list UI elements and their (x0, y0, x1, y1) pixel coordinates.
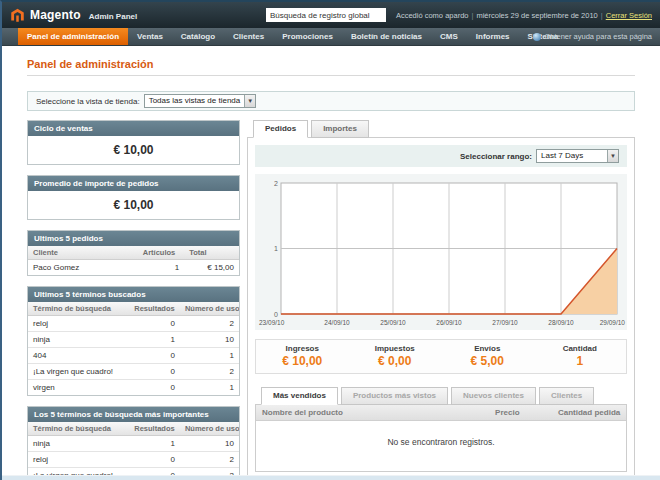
cell-term: reloj (28, 452, 129, 468)
title-divider (27, 75, 635, 76)
table-row[interactable]: reloj 0 2 (28, 316, 239, 332)
orders-chart-area: 01223/09/1024/09/1025/09/1026/09/1027/09… (255, 174, 627, 330)
logged-in-text: Accedió como apardo (396, 11, 469, 20)
nav-item-promociones[interactable]: Promociones (273, 28, 342, 45)
store-view-bar: Seleccione la vista de tienda: Todas las… (27, 91, 635, 111)
table-row[interactable]: virgen 0 1 (28, 380, 239, 396)
cell-items: 1 (138, 260, 184, 276)
stat-cantidad: Cantidad 1 (534, 344, 627, 368)
cell-uses: 10 (180, 436, 239, 452)
bestsellers-table-wrap: Nombre del producto Precio Cantidad pedi… (255, 404, 627, 472)
stat-label: Impuestos (349, 344, 442, 353)
table-row[interactable]: ¡La virgen que cuadro! 0 2 (28, 364, 239, 380)
cell-term: 404 (28, 348, 129, 364)
cell-uses: 2 (180, 364, 239, 380)
cell-uses: 1 (180, 348, 239, 364)
nav-item-cms[interactable]: CMS (431, 28, 467, 45)
cell-term: virgen (28, 380, 129, 396)
column-header: Cantidad pedida (552, 405, 626, 421)
header-bar: Magento Admin Panel Accedió como apardo|… (2, 2, 660, 28)
store-view-select[interactable]: Todas las vistas de tienda ▼ (144, 94, 257, 108)
cell-term: ninja (28, 332, 129, 348)
average-orders-card: Promedio de importe de pedidos € 10,00 (27, 175, 240, 220)
nav-item-ventas[interactable]: Ventas (128, 28, 172, 45)
cell-term: ¡La virgen que cuadro! (28, 364, 129, 380)
last-search-terms-card: Ultimos 5 términos buscados Término de b… (27, 286, 240, 396)
range-label: Seleccionar rango: (460, 152, 532, 161)
cell-results: 0 (129, 380, 180, 396)
empty-records-message: No se encontraron registros. (256, 421, 626, 471)
table-row[interactable]: Paco Gomez 1 € 15,00 (28, 260, 239, 276)
cell-uses: 10 (180, 332, 239, 348)
cell-results: 0 (129, 364, 180, 380)
logout-link[interactable]: Cerrar Sesión (606, 11, 652, 20)
stat-value: 1 (534, 354, 627, 368)
top-search-terms-table: Término de búsqueda Resultados Número de… (28, 422, 239, 480)
table-row[interactable]: ninja 1 10 (28, 332, 239, 348)
card-title: Ultimos 5 pedidos (28, 231, 239, 246)
nav-item-dashboard[interactable]: Panel de administración (18, 28, 128, 45)
column-header: Resultados (129, 422, 180, 436)
range-value: Last 7 Days (537, 150, 607, 162)
page-title: Panel de administración (27, 58, 635, 70)
totals-bar: Ingresos € 10,00 Impuestos € 0,00 Envíos… (255, 339, 627, 374)
svg-text:26/09/10: 26/09/10 (436, 319, 462, 326)
logo-subtitle: Admin Panel (89, 12, 137, 21)
global-search-input[interactable] (266, 8, 386, 22)
lifetime-sales-card: Ciclo de ventas € 10,00 (27, 120, 240, 165)
card-title: Ultimos 5 términos buscados (28, 287, 239, 302)
table-row[interactable]: ninja 1 10 (28, 436, 239, 452)
column-header: Nombre del producto (256, 405, 489, 421)
nav-item-boletin[interactable]: Boletín de noticias (342, 28, 431, 45)
tab-nuevos-clientes[interactable]: Nuevos clientes (451, 387, 536, 405)
svg-text:0: 0 (274, 311, 278, 318)
cell-total: € 15,00 (184, 260, 239, 276)
tab-mas-vendidos[interactable]: Más vendidos (261, 387, 338, 405)
cell-results: 1 (129, 332, 180, 348)
last-search-terms-table: Término de búsqueda Resultados Número de… (28, 302, 239, 395)
nav-item-catalogo[interactable]: Catálogo (172, 28, 224, 45)
stat-label: Ingresos (256, 344, 349, 353)
store-view-value: Todas las vistas de tienda (145, 95, 245, 107)
last-orders-table: Cliente Artículos Total Paco Gomez 1 € 1… (28, 246, 239, 275)
dashboard-sidebar: Ciclo de ventas € 10,00 Promedio de impo… (27, 120, 240, 480)
tab-importes[interactable]: Importes (311, 120, 369, 138)
tab-productos-mas-vistos[interactable]: Productos más vistos (341, 387, 448, 405)
table-row[interactable]: 404 0 1 (28, 348, 239, 364)
help-label: Obtener ayuda para esta página (544, 28, 652, 45)
svg-text:1: 1 (274, 245, 278, 252)
svg-text:25/09/10: 25/09/10 (380, 319, 406, 326)
nav-item-clientes[interactable]: Clientes (224, 28, 273, 45)
chevron-down-icon: ▼ (244, 95, 255, 107)
column-header: Total (184, 246, 239, 260)
current-date: miércoles 29 de septiembre de 2010 (476, 11, 597, 20)
bestsellers-table: Nombre del producto Precio Cantidad pedi… (256, 405, 626, 421)
last-orders-card: Ultimos 5 pedidos Cliente Artículos Tota… (27, 230, 240, 276)
help-link[interactable]: Obtener ayuda para esta página (533, 28, 652, 45)
stat-label: Cantidad (534, 344, 627, 353)
chart-tabs: Pedidos Importes (247, 120, 635, 138)
store-view-label: Seleccione la vista de tienda: (36, 97, 140, 106)
magento-logo-icon (10, 8, 25, 23)
card-title: Los 5 términos de búsqueda más important… (28, 407, 239, 422)
range-bar: Seleccionar rango: Last 7 Days ▼ (255, 145, 627, 167)
help-globe-icon (533, 33, 541, 41)
svg-text:2: 2 (274, 180, 278, 187)
content-area: Panel de administración Seleccione la vi… (2, 46, 660, 480)
card-title: Promedio de importe de pedidos (28, 176, 239, 191)
svg-text:23/09/10: 23/09/10 (259, 319, 285, 326)
column-header: Número de usos (180, 302, 239, 316)
table-row[interactable]: reloj 0 2 (28, 452, 239, 468)
range-select[interactable]: Last 7 Days ▼ (536, 149, 619, 163)
tab-pedidos[interactable]: Pedidos (253, 120, 308, 138)
tab-clientes[interactable]: Clientes (539, 387, 594, 405)
dashboard-main: Pedidos Importes Seleccionar rango: Last… (247, 120, 635, 480)
header-meta: Accedió como apardo|miércoles 29 de sept… (396, 11, 652, 20)
orders-chart: 01223/09/1024/09/1025/09/1026/09/1027/09… (257, 177, 625, 329)
logo-title: Magento (30, 8, 81, 22)
svg-text:29/09/10: 29/09/10 (600, 319, 626, 326)
nav-item-informes[interactable]: Informes (467, 28, 519, 45)
orders-panel: Seleccionar rango: Last 7 Days ▼ 01223/0… (247, 137, 635, 480)
svg-text:28/09/10: 28/09/10 (548, 319, 574, 326)
cell-results: 1 (129, 436, 180, 452)
